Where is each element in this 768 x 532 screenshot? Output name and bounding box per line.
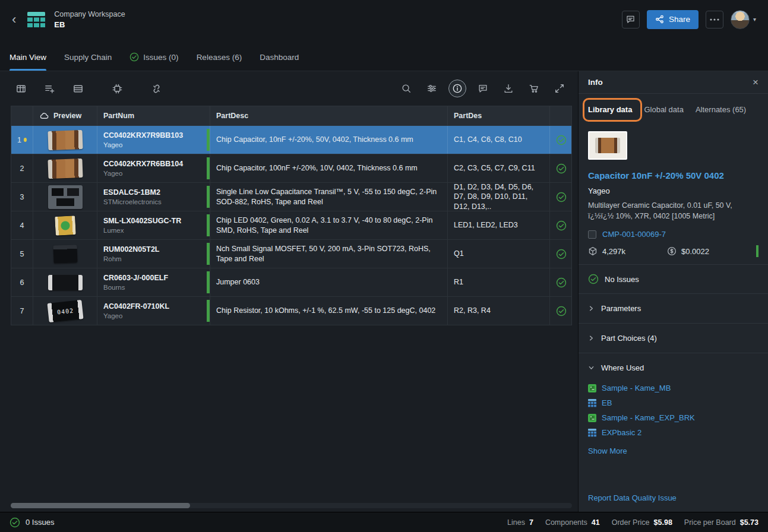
- share-button[interactable]: Share: [647, 10, 699, 29]
- component-id-link[interactable]: CMP-001-00069-7: [602, 230, 666, 239]
- partnum-cell: CC0402KRX7R6BB104 Yageo: [97, 154, 210, 182]
- tab-alternates[interactable]: Alternates (65): [696, 105, 746, 122]
- comments-button[interactable]: [622, 11, 640, 28]
- where-used-item[interactable]: EXPbasic 2: [588, 428, 758, 437]
- filter-button[interactable]: [423, 80, 441, 97]
- part-number: CR0603-J/-000ELF: [103, 274, 168, 282]
- row-number-cell: 5: [11, 240, 33, 268]
- table-row[interactable]: 2 CC0402KRX7R6BB104 Yageo: [11, 154, 571, 183]
- tab-supply-chain[interactable]: Supply Chain: [64, 53, 112, 71]
- stat-order-price: Order Price$5.98: [612, 518, 672, 527]
- group-rows-button[interactable]: [69, 80, 87, 97]
- section-part-choices[interactable]: Part Choices (4): [588, 324, 758, 353]
- check-circle-icon: [10, 517, 20, 528]
- part-title-link[interactable]: Capacitor 10nF +/-20% 50V 0402: [588, 170, 758, 180]
- table-row[interactable]: 6 CR0603-J/-000ELF Bourns: [11, 268, 571, 297]
- partdesc-cell: Chip Capacitor, 10nF +/-20%, 50V, 0402, …: [210, 126, 448, 154]
- status-cell: [550, 126, 573, 154]
- stat-value: $5.73: [740, 518, 758, 527]
- part-description: Chip Capacitor, 10nF +/-20%, 50V, 0402, …: [216, 135, 413, 145]
- partdesc-cell: Jumper 0603: [210, 268, 448, 296]
- row-number: 5: [20, 250, 24, 258]
- table-columns-icon: [15, 83, 27, 94]
- partdesc-cell: Chip LED 0402, Green, 0.02 A, 3.1 to 3.7…: [210, 211, 448, 239]
- close-icon[interactable]: ×: [753, 77, 758, 87]
- tab-issues[interactable]: Issues (0): [129, 52, 178, 71]
- board-icon: [588, 384, 596, 392]
- tab-library-data[interactable]: Library data: [588, 105, 632, 122]
- bom-stats: Lines7 Components41 Order Price$5.98 Pri…: [507, 518, 758, 527]
- table-row[interactable]: 1 CC0402KRX7R9BB103 Yageo: [11, 126, 571, 154]
- where-used-item[interactable]: Sample - Kame_MB: [588, 384, 758, 392]
- part-preview-body: [48, 185, 83, 209]
- expand-button[interactable]: [551, 80, 568, 97]
- add-line-button[interactable]: [40, 80, 58, 97]
- tab-label: Issues (0): [143, 53, 178, 62]
- view-tabs: Main View Supply Chain Issues (0) Releas…: [0, 39, 768, 71]
- table-row[interactable]: 7 0402 AC0402FR-0710KL Yageo: [11, 297, 571, 325]
- search-button[interactable]: [397, 80, 415, 97]
- top-bar: ‹ Company Workspace EB Share: [0, 0, 768, 39]
- columns-view-button[interactable]: [12, 80, 30, 97]
- cart-button[interactable]: [525, 80, 543, 97]
- part-number: CC0402KRX7R9BB103: [103, 131, 183, 140]
- tab-global-data[interactable]: Global data: [644, 105, 684, 122]
- user-menu[interactable]: ▾: [731, 10, 756, 29]
- header-partdesc[interactable]: PartDesc: [210, 106, 448, 125]
- section-where-used[interactable]: Where Used: [588, 353, 758, 382]
- back-button[interactable]: ‹: [12, 13, 16, 26]
- header-label: PartNum: [103, 112, 134, 120]
- show-more-link[interactable]: Show More: [588, 446, 758, 455]
- row-number-cell: 6: [11, 268, 33, 296]
- tab-releases[interactable]: Releases (6): [197, 53, 242, 71]
- comment-icon: [625, 14, 636, 24]
- table-row[interactable]: 3 ESDALC5-1BM2 STMicroelectronics: [11, 183, 571, 211]
- chevron-right-icon: [588, 335, 595, 341]
- tab-main-view[interactable]: Main View: [10, 53, 46, 71]
- scrollbar-thumb[interactable]: [11, 503, 190, 508]
- price-value: $0.0022: [681, 247, 709, 256]
- stat-value: 41: [592, 518, 600, 527]
- row-number: 2: [20, 164, 24, 173]
- report-data-quality-link[interactable]: Report Data Quality Issue: [588, 493, 677, 502]
- issues-count-label: 0 Issues: [26, 518, 54, 527]
- info-panel-tabs: Library data Global data Alternates (65): [579, 94, 768, 122]
- supply-status-bar: [207, 271, 210, 293]
- info-button[interactable]: [448, 80, 466, 97]
- unlink-button[interactable]: [147, 80, 165, 97]
- designators-cell: C1, C4, C6, C8, C10: [448, 126, 550, 154]
- toolbar-left: [12, 80, 165, 97]
- where-used-item[interactable]: Sample - Kame_EXP_BRK: [588, 413, 758, 422]
- part-preview-body: [48, 129, 83, 150]
- component-checkbox[interactable]: [588, 230, 596, 239]
- workspace-name: Company Workspace: [54, 10, 125, 18]
- where-used-item[interactable]: EB: [588, 398, 758, 407]
- part-number: AC0402FR-0710KL: [103, 302, 169, 311]
- section-parameters[interactable]: Parameters: [588, 294, 758, 323]
- manufacturer-name: Yageo: [103, 141, 122, 148]
- footprint-button[interactable]: [108, 80, 126, 97]
- more-options-button[interactable]: [706, 11, 723, 28]
- table-row[interactable]: 4 SML-LX0402SUGC-TR Lumex: [11, 211, 571, 240]
- supply-status-bar: [207, 186, 210, 208]
- table-row[interactable]: 5 RUM002N05T2L Rohm: [11, 240, 571, 268]
- header-preview[interactable]: Preview: [33, 106, 97, 125]
- part-preview: [42, 213, 89, 239]
- issues-summary: 0 Issues: [10, 517, 54, 528]
- part-number: ESDALC5-1BM2: [103, 188, 160, 197]
- check-circle-icon: [556, 134, 567, 146]
- stock-value: 4,297k: [602, 247, 625, 256]
- part-preview-body: [48, 275, 83, 290]
- download-button[interactable]: [500, 80, 517, 97]
- comment-button[interactable]: [474, 80, 492, 97]
- designators-cell: LED1, LED2, LED3: [448, 211, 550, 239]
- part-description: Chip LED 0402, Green, 0.02 A, 3.1 to 3.7…: [216, 216, 441, 235]
- partnum-cell: CR0603-J/-000ELF Bourns: [97, 268, 210, 296]
- header-label: PartDesc: [216, 112, 248, 120]
- check-circle-icon: [556, 220, 567, 232]
- tab-dashboard[interactable]: Dashboard: [260, 53, 299, 71]
- header-partdes[interactable]: PartDes: [448, 106, 550, 125]
- header-partnum[interactable]: PartNum: [97, 106, 210, 125]
- part-preview: [42, 156, 89, 182]
- partnum-cell: AC0402FR-0710KL Yageo: [97, 297, 210, 325]
